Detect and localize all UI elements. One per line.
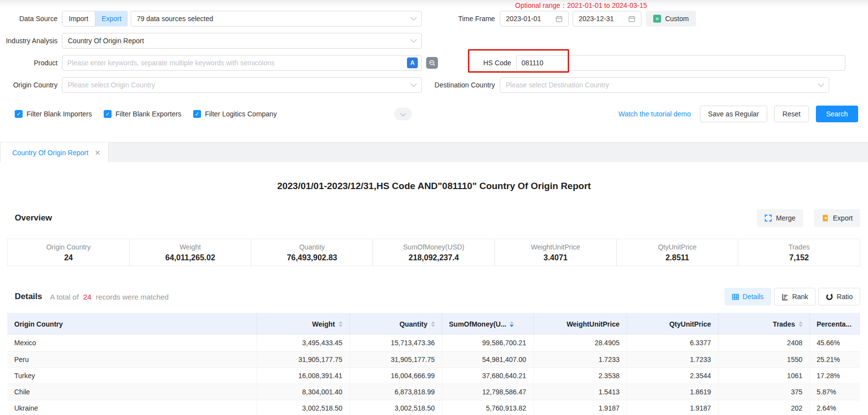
sort-icon[interactable]	[799, 321, 803, 327]
tab-bar: Country Of Origin Report ✕	[0, 142, 868, 162]
export-label: Export	[833, 214, 853, 222]
hs-code-input[interactable]	[516, 55, 845, 71]
origin-country-placeholder: Please select Origin Country	[68, 81, 155, 89]
product-input-wrap: A	[62, 55, 422, 71]
merge-icon	[764, 214, 772, 222]
col-weight-unit-price: WeightUnitPrice	[533, 313, 627, 335]
origin-country-label: Origin Country	[0, 81, 58, 89]
import-toggle-button[interactable]: Import	[62, 11, 95, 27]
export-toggle-button[interactable]: Export	[95, 11, 128, 27]
optional-range-hint: Optional range：2021-01-01 to 2024-03-15	[515, 1, 647, 10]
overview-heading: Overview	[15, 213, 52, 223]
sort-icon[interactable]	[431, 321, 435, 327]
hs-code-label: HS Code	[447, 59, 511, 67]
view-rank-button[interactable]: Rank	[774, 288, 816, 305]
end-date-input[interactable]: 2023-12-31	[573, 11, 641, 27]
industry-analysis-label: Industry Analysis	[0, 37, 58, 45]
col-sum-of-money[interactable]: SumOfMoney(U...	[442, 313, 533, 335]
records-matched-text: A total of 24 records were matched	[50, 293, 169, 301]
custom-label: Custom	[665, 15, 689, 23]
bar-chart-icon	[781, 293, 789, 301]
chevron-down-icon	[410, 14, 417, 21]
tab-title: Country Of Origin Report	[12, 149, 88, 157]
reset-button[interactable]: Reset	[774, 106, 809, 122]
col-quantity[interactable]: Quantity	[349, 313, 442, 335]
col-trades[interactable]: Trades	[718, 313, 810, 335]
table-row: Ukraine 3,002,518.50 3,002,518.50 5,760,…	[7, 400, 860, 415]
destination-country-placeholder: Please select Destination Country	[506, 81, 609, 89]
origin-country-select[interactable]: Please select Origin Country	[62, 77, 422, 93]
col-percentage: Percenta...	[810, 313, 860, 335]
col-qty-unit-price: QtyUnitPrice	[627, 313, 718, 335]
start-date-value: 2023-01-01	[506, 15, 541, 23]
checkbox-label: Filter Blank Exporters	[116, 110, 181, 118]
sort-desc-icon[interactable]	[510, 321, 514, 327]
checkbox-checked-icon: ✓	[15, 110, 23, 118]
table-row: Mexico 3,495,433.45 15,713,473.36 99,586…	[7, 335, 860, 351]
filter-blank-exporters-checkbox[interactable]: ✓ Filter Blank Exporters	[104, 110, 181, 118]
collapse-filters-button[interactable]	[394, 108, 412, 120]
table-grid-icon	[732, 293, 739, 301]
donut-chart-icon	[826, 293, 833, 301]
table-row: Chile 8,304,001.40 6,873,818.99 12,798,5…	[7, 384, 860, 400]
stat-quantity: Quantity 76,493,902.83	[251, 239, 373, 266]
start-date-input[interactable]: 2023-01-01	[500, 11, 569, 27]
merge-button[interactable]: Merge	[757, 209, 803, 227]
table-row: Peru 31,905,177.75 31,905,177.75 54,981,…	[7, 351, 860, 367]
translate-icon[interactable]: A	[407, 57, 418, 68]
exclude-keywords-icon[interactable]	[426, 57, 438, 69]
stat-weight-unit-price: WeightUnitPrice 3.4071	[494, 239, 616, 266]
tab-country-of-origin-report[interactable]: Country Of Origin Report ✕	[0, 142, 109, 163]
calendar-icon	[555, 15, 563, 23]
checkbox-checked-icon: ✓	[104, 110, 112, 118]
calendar-icon	[628, 15, 636, 23]
col-weight[interactable]: Weight	[257, 313, 349, 335]
chevron-down-icon	[410, 36, 417, 43]
filter-blank-importers-checkbox[interactable]: ✓ Filter Blank Importers	[15, 110, 92, 118]
product-keywords-input[interactable]	[62, 55, 422, 71]
table-row: Turkey 16,008,391.41 16,004,666.99 37,68…	[7, 367, 860, 384]
table-header-row: Origin Country Weight Quantity SumOfMone…	[7, 313, 860, 335]
overview-stats-bar: Origin Country 24 Weight 64,011,265.02 Q…	[7, 239, 860, 266]
data-source-label: Data Source	[0, 15, 58, 23]
custom-icon: ✕	[653, 15, 661, 23]
sort-icon[interactable]	[339, 321, 343, 327]
stat-trades: Trades 7,152	[738, 239, 860, 266]
checkbox-label: Filter Logitics Company	[205, 110, 277, 118]
chevron-down-icon	[818, 81, 824, 87]
export-button[interactable]: Export	[814, 209, 860, 227]
view-ratio-button[interactable]: Ratio	[818, 288, 860, 305]
search-button[interactable]: Search	[816, 106, 858, 122]
export-icon	[821, 214, 829, 222]
stat-qty-unit-price: QtyUnitPrice 2.8511	[616, 239, 738, 266]
checkbox-checked-icon: ✓	[193, 110, 201, 118]
data-source-toggle: Import Export	[62, 11, 128, 27]
industry-analysis-select[interactable]: Country Of Origin Report	[62, 33, 422, 49]
checkbox-label: Filter Blank Importers	[27, 110, 92, 118]
close-icon[interactable]: ✕	[95, 149, 101, 157]
data-sources-select[interactable]: 79 data sources selected	[131, 11, 422, 27]
filter-panel: Optional range：2021-01-01 to 2024-03-15 …	[0, 0, 868, 142]
details-table: Origin Country Weight Quantity SumOfMone…	[7, 313, 860, 415]
chevron-down-icon	[400, 111, 405, 116]
stat-origin-country: Origin Country 24	[8, 239, 129, 266]
industry-analysis-value: Country Of Origin Report	[68, 37, 144, 45]
data-sources-selected-text: 79 data sources selected	[137, 15, 213, 23]
destination-country-label: Destination Country	[431, 81, 495, 89]
details-heading: Details	[15, 292, 42, 302]
stat-weight: Weight 64,011,265.02	[129, 239, 251, 266]
save-as-regular-button[interactable]: Save as Regular	[700, 106, 768, 122]
filter-logitics-company-checkbox[interactable]: ✓ Filter Logitics Company	[193, 110, 277, 118]
merge-label: Merge	[776, 214, 796, 222]
records-count: 24	[83, 293, 91, 301]
col-origin-country: Origin Country	[7, 313, 257, 335]
product-label: Product	[0, 59, 58, 67]
custom-range-button[interactable]: ✕ Custom	[646, 11, 696, 27]
view-details-button[interactable]: Details	[724, 288, 771, 305]
report-title: 2023/01/01-2023/12/31,HS Code AND"081110…	[0, 181, 868, 192]
stat-sum-of-money: SumOfMoney(USD) 218,092,237.4	[373, 239, 494, 266]
chevron-down-icon	[410, 81, 417, 87]
time-frame-label: Time Frame	[431, 15, 495, 23]
tutorial-demo-link[interactable]: Watch the tutorial demo	[618, 110, 691, 118]
destination-country-select[interactable]: Please select Destination Country	[500, 77, 829, 93]
